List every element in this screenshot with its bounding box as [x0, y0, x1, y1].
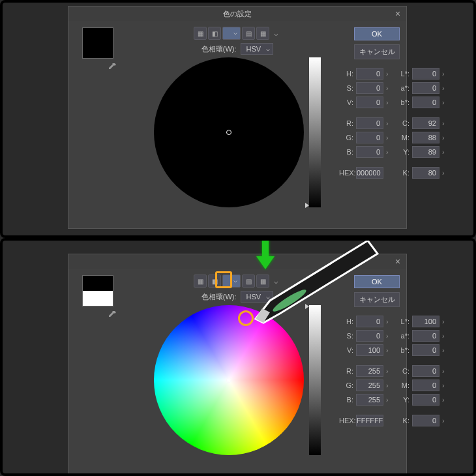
- g-field[interactable]: 0: [356, 132, 383, 143]
- y-field[interactable]: 0: [412, 394, 439, 406]
- v-field[interactable]: 100: [356, 344, 383, 356]
- close-icon: ×: [395, 256, 400, 267]
- color-settings-dialog: × ▦ ◧ ▤ ▦ ⌵: [68, 254, 407, 476]
- wheel-mode-select[interactable]: HSV: [241, 291, 274, 303]
- r-field[interactable]: 255: [356, 365, 383, 377]
- k-field[interactable]: 80: [412, 167, 439, 179]
- eyedropper-button[interactable]: [108, 310, 117, 321]
- k-field[interactable]: 0: [412, 415, 439, 426]
- picker-mode-toolbar: ▦ ◧ ▤ ▦ ⌵: [194, 25, 281, 42]
- wheel-cursor: [226, 130, 231, 135]
- mode-btn-2[interactable]: ◧: [208, 275, 221, 288]
- a-field[interactable]: 0: [412, 330, 439, 342]
- b-field[interactable]: 0: [412, 97, 439, 108]
- l-field[interactable]: 100: [412, 316, 439, 327]
- s-field[interactable]: 0: [356, 82, 383, 94]
- panel-after: × ▦ ◧ ▤ ▦ ⌵: [0, 238, 476, 476]
- m-field[interactable]: 88: [412, 132, 439, 143]
- wheel-mode-select[interactable]: HSV: [241, 43, 274, 55]
- m-field[interactable]: 0: [412, 379, 439, 391]
- hex-field[interactable]: FFFFFF: [356, 415, 383, 426]
- wheel-cursor: [226, 378, 231, 383]
- wheel-label: 色相環(W):: [201, 44, 237, 54]
- mode-btn-wheel[interactable]: [222, 275, 241, 288]
- mode-btn-1[interactable]: ▦: [194, 275, 207, 288]
- a-field[interactable]: 0: [412, 82, 439, 94]
- value-grid: H:0› L*:100› S:0› a*:0› V:100› b*:0› R:2…: [339, 316, 449, 426]
- titlebar: 色の設定 ×: [68, 7, 406, 21]
- eyedropper-icon: [108, 311, 117, 321]
- c-field[interactable]: 92: [412, 117, 439, 129]
- mode-btn-1[interactable]: ▦: [194, 27, 207, 40]
- current-color-swatch: [82, 27, 113, 59]
- panel-before: 色の設定 × ▦ ◧ ▤ ▦ ⌵: [0, 0, 476, 238]
- eyedropper-button[interactable]: [108, 63, 117, 74]
- h-field[interactable]: 0: [356, 68, 383, 80]
- hex-label: HEX:: [339, 169, 353, 177]
- dialog-title: 色の設定: [68, 9, 406, 19]
- eyedropper-icon: [108, 63, 117, 74]
- toolbar-chevron-icon[interactable]: ⌵: [271, 27, 281, 40]
- ok-button[interactable]: OK: [354, 275, 400, 288]
- slider-handle[interactable]: [305, 304, 309, 309]
- y-field[interactable]: 89: [412, 146, 439, 158]
- mode-btn-5[interactable]: ▦: [256, 27, 269, 40]
- stepper-icon[interactable]: ›: [386, 70, 393, 78]
- close-button[interactable]: ×: [389, 7, 406, 21]
- c-field[interactable]: 0: [412, 365, 439, 377]
- bl-field[interactable]: 0: [356, 146, 383, 158]
- g-field[interactable]: 255: [356, 379, 383, 391]
- color-wheel[interactable]: [154, 57, 304, 207]
- slider-handle[interactable]: [305, 203, 309, 208]
- value-slider[interactable]: [309, 57, 321, 207]
- hex-label: HEX:: [339, 417, 353, 424]
- color-wheel[interactable]: [154, 305, 304, 455]
- titlebar: ×: [68, 254, 406, 269]
- hex-field[interactable]: 000000: [356, 167, 383, 179]
- h-field[interactable]: 0: [356, 316, 383, 327]
- mode-btn-4[interactable]: ▤: [242, 27, 255, 40]
- cancel-button[interactable]: キャンセル: [354, 292, 400, 307]
- s-field[interactable]: 0: [356, 330, 383, 342]
- color-settings-dialog: 色の設定 × ▦ ◧ ▤ ▦ ⌵: [68, 6, 407, 229]
- b-field[interactable]: 0: [412, 344, 439, 356]
- close-icon: ×: [395, 8, 400, 19]
- l-field[interactable]: 0: [412, 68, 439, 80]
- arrow-annotation: [252, 238, 278, 277]
- v-field[interactable]: 0: [356, 97, 383, 108]
- wheel-label: 色相環(W):: [201, 292, 237, 302]
- close-button[interactable]: ×: [389, 254, 406, 269]
- current-color-swatch: [82, 275, 113, 306]
- mode-btn-2[interactable]: ◧: [208, 27, 221, 40]
- value-slider[interactable]: [309, 305, 321, 455]
- cancel-button[interactable]: キャンセル: [354, 44, 400, 59]
- bl-field[interactable]: 255: [356, 394, 383, 406]
- r-field[interactable]: 0: [356, 117, 383, 129]
- value-grid: H:0› L*:0› S:0› a*:0› V:0› b*:0› R:0› C:…: [339, 68, 449, 179]
- ok-button[interactable]: OK: [354, 27, 400, 40]
- mode-btn-wheel[interactable]: [222, 27, 241, 40]
